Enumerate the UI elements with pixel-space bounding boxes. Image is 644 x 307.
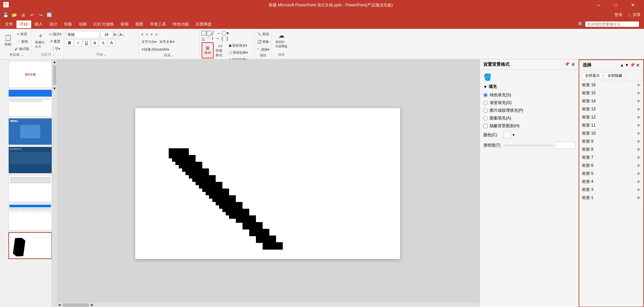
align-left-btn[interactable]: ≡ bbox=[141, 31, 145, 38]
menu-design[interactable]: 设计 bbox=[46, 20, 61, 28]
select-button[interactable]: ↖ 选择▾ bbox=[256, 46, 271, 53]
visibility-icon[interactable]: 👁 bbox=[637, 180, 641, 184]
sel-panel-pin[interactable]: 📌 bbox=[630, 63, 635, 67]
copy-button[interactable]: 📄 复制 bbox=[14, 38, 30, 45]
shape-brace[interactable]: { bbox=[222, 36, 226, 41]
visibility-icon[interactable]: 👁 bbox=[637, 155, 641, 160]
menu-animation[interactable]: 动画 bbox=[75, 20, 90, 28]
show-all-btn[interactable]: 全部显示 bbox=[582, 72, 603, 79]
shape-oval[interactable] bbox=[222, 31, 226, 36]
bg-panel-pin[interactable]: 📌 bbox=[565, 62, 570, 67]
font-size-increase[interactable]: A↑ bbox=[113, 31, 118, 38]
sel-list-item[interactable]: 矩形 11 👁 bbox=[579, 121, 643, 130]
arrange-button[interactable]: ⊞ 排列 bbox=[202, 42, 214, 58]
shape-arrow[interactable]: → bbox=[217, 31, 221, 36]
solid-fill-option[interactable]: 纯色填充(S) bbox=[483, 92, 575, 98]
sel-list-item[interactable]: 矩形 16 👁 bbox=[579, 81, 643, 89]
shape-rect2[interactable] bbox=[207, 31, 211, 36]
font-name-input[interactable] bbox=[66, 31, 100, 38]
sel-list-item[interactable]: 矩形 9 👁 bbox=[579, 138, 643, 146]
replace-button[interactable]: 🔄 替换 bbox=[256, 39, 271, 45]
shape-rect[interactable] bbox=[202, 31, 206, 36]
visibility-icon[interactable]: 👁 bbox=[637, 139, 641, 144]
transparency-input[interactable]: 0% bbox=[555, 142, 575, 149]
strikethrough-button[interactable]: S bbox=[91, 39, 99, 47]
font-color-button[interactable]: A bbox=[108, 39, 115, 47]
text-direction-btn[interactable]: 文字方向▾ bbox=[141, 39, 158, 45]
align-text-btn[interactable]: 对齐文本▾ bbox=[158, 39, 175, 45]
shape-more[interactable]: ▾ bbox=[227, 31, 231, 36]
menu-transition[interactable]: 切换 bbox=[61, 20, 75, 28]
sel-list-item[interactable]: 矩形 8 👁 bbox=[579, 146, 643, 154]
scroll-thumb-v[interactable] bbox=[53, 65, 56, 85]
search-input[interactable] bbox=[585, 21, 639, 27]
hide-bg-option[interactable]: 隐蔽背景图形(H) bbox=[483, 123, 575, 129]
menu-view[interactable]: 视图 bbox=[132, 20, 147, 28]
visibility-icon[interactable]: 👁 bbox=[637, 131, 641, 136]
bg-panel-close[interactable]: ✕ bbox=[571, 62, 575, 67]
scroll-thumb-h[interactable] bbox=[62, 303, 89, 307]
menu-file[interactable]: 文件 bbox=[2, 20, 16, 28]
align-center-btn[interactable]: ≡ bbox=[145, 31, 149, 38]
open-quick-btn[interactable]: 📂 bbox=[10, 11, 18, 19]
bold-button[interactable]: B bbox=[66, 39, 73, 47]
cut-button[interactable]: ✂ 剪切 bbox=[14, 31, 30, 38]
visibility-icon[interactable]: 👁 bbox=[637, 107, 641, 112]
sel-list-item[interactable]: 矩形 6 👁 bbox=[579, 162, 643, 170]
visibility-icon[interactable]: 👁 bbox=[637, 163, 641, 168]
minimize-button[interactable]: ─ bbox=[591, 0, 606, 10]
sel-list-item[interactable]: 矩形 15 👁 bbox=[579, 89, 643, 97]
transparency-slider[interactable] bbox=[503, 145, 553, 146]
slide-thumb-1[interactable]: 演示文稿 bbox=[8, 61, 52, 88]
print-quick-btn[interactable]: 🖨 bbox=[19, 11, 27, 19]
shape-curve[interactable]: ⌒ bbox=[207, 36, 211, 41]
shape-freeform[interactable]: ⌇ bbox=[212, 36, 216, 41]
sel-list-item[interactable]: 矩形 14 👁 bbox=[579, 97, 643, 105]
redo-quick-btn[interactable]: ↪ bbox=[37, 11, 45, 19]
sel-panel-up[interactable]: ▲ bbox=[620, 63, 624, 67]
visibility-icon[interactable]: 👁 bbox=[637, 91, 641, 96]
scroll-left-btn[interactable]: ◄ bbox=[57, 302, 62, 307]
slide-thumb-2[interactable] bbox=[8, 90, 52, 116]
format-painter-button[interactable]: 🖌 格式刷 bbox=[14, 46, 30, 52]
menu-review[interactable]: 审阅 bbox=[117, 20, 132, 28]
close-button[interactable]: ✕ bbox=[625, 0, 641, 10]
sel-list-item[interactable]: 矩形 13 👁 bbox=[579, 105, 643, 113]
align-right-btn[interactable]: ≡ bbox=[150, 31, 154, 38]
outline-btn[interactable]: ⬜ 形状轮廓▾ bbox=[227, 49, 249, 56]
shadow-button[interactable]: S bbox=[100, 39, 107, 47]
color-dropdown-btn[interactable]: ▾ bbox=[513, 133, 515, 137]
share-btn[interactable]: △ 共享 bbox=[628, 12, 641, 18]
login-btn[interactable]: 登录 bbox=[614, 12, 623, 18]
menu-dev[interactable]: 开发工具 bbox=[147, 20, 169, 28]
new-slide-button[interactable]: ＋ 新建幻灯片 bbox=[34, 31, 47, 49]
scroll-right-btn[interactable]: ► bbox=[90, 302, 95, 307]
quick-style-button[interactable]: ▭ 快速样式 bbox=[214, 42, 226, 58]
visibility-icon[interactable]: 👁 bbox=[637, 171, 641, 176]
shape-line[interactable]: ╱ bbox=[212, 31, 216, 36]
scroll-down-btn[interactable]: ▼ bbox=[52, 86, 57, 91]
scroll-up-btn[interactable]: ▲ bbox=[52, 59, 57, 64]
fill-btn[interactable]: ◼ 形状填充▾ bbox=[227, 42, 249, 49]
sel-panel-close[interactable]: ✕ bbox=[636, 62, 640, 68]
menu-insert[interactable]: 插入 bbox=[31, 20, 46, 28]
paste-button[interactable]: 📋 粘贴 bbox=[3, 31, 13, 49]
font-size-decrease[interactable]: A↓ bbox=[119, 31, 124, 38]
layout-button[interactable]: ▭ 版式▾ bbox=[48, 31, 62, 38]
sel-list-item[interactable]: 矩形 12 👁 bbox=[579, 113, 643, 121]
find-button[interactable]: 🔍 查找 bbox=[256, 31, 271, 38]
menu-home[interactable]: 开始 bbox=[16, 20, 31, 28]
refresh-quick-btn[interactable]: 🔄 bbox=[45, 11, 53, 19]
visibility-icon[interactable]: 👁 bbox=[637, 196, 641, 200]
sel-panel-down[interactable]: ▼ bbox=[625, 63, 629, 67]
slide-thumb-7[interactable] bbox=[8, 232, 52, 259]
save-quick-btn[interactable]: 💾 bbox=[2, 11, 10, 19]
section-button[interactable]: 📑 节▾ bbox=[48, 46, 62, 52]
visibility-icon[interactable]: 👁 bbox=[637, 83, 641, 88]
pattern-fill-option[interactable]: 图案填充(A) bbox=[483, 115, 575, 121]
sel-list-item[interactable]: 矩形 10 👁 bbox=[579, 130, 643, 138]
slide-thumb-5[interactable] bbox=[8, 175, 52, 202]
italic-button[interactable]: I bbox=[74, 39, 82, 47]
visibility-icon[interactable]: 👁 bbox=[637, 115, 641, 120]
hide-all-btn[interactable]: 全部隐藏 bbox=[604, 72, 625, 79]
